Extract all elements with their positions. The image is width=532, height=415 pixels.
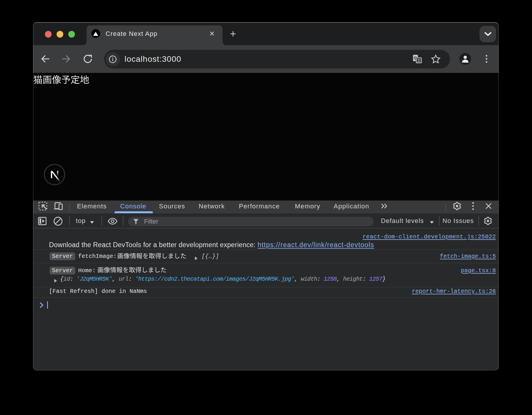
svg-text:文: 文 [417,58,421,63]
